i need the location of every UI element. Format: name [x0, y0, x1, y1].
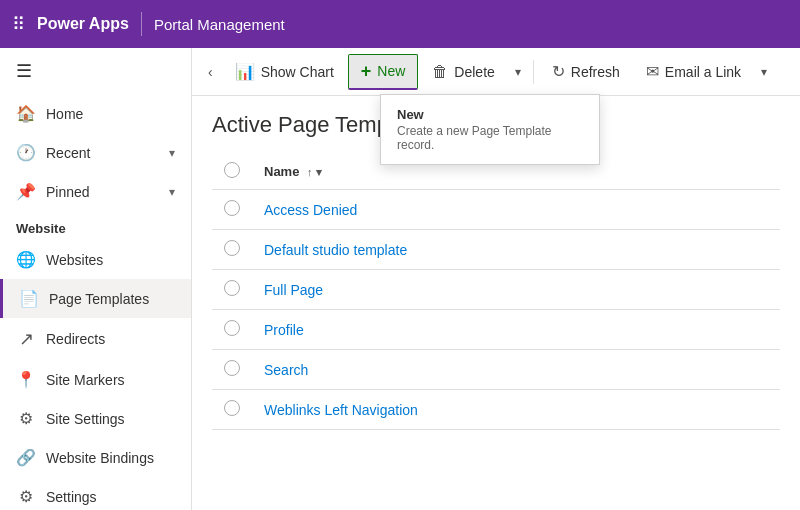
table-row: Weblinks Left Navigation — [212, 390, 780, 430]
sidebar-label-page-templates: Page Templates — [49, 291, 149, 307]
sidebar-label-home: Home — [46, 106, 83, 122]
row-checkbox[interactable] — [224, 200, 240, 216]
row-checkbox[interactable] — [224, 360, 240, 376]
gear-icon: ⚙ — [16, 487, 36, 506]
new-dropdown-item[interactable]: New Create a new Page Template record. — [381, 99, 599, 160]
sidebar-item-settings[interactable]: ⚙ Settings — [0, 477, 191, 510]
chevron-down-icon: ▾ — [169, 146, 175, 160]
row-name-link[interactable]: Weblinks Left Navigation — [264, 402, 418, 418]
refresh-label: Refresh — [571, 64, 620, 80]
row-checkbox[interactable] — [224, 400, 240, 416]
table-body: Access Denied Default studio template Fu… — [212, 190, 780, 430]
row-select-cell — [212, 270, 252, 310]
sort-filter-icon[interactable]: ▾ — [316, 166, 322, 178]
chevron-down-icon: ▾ — [169, 185, 175, 199]
redirect-icon: ↗ — [16, 328, 36, 350]
home-icon: 🏠 — [16, 104, 36, 123]
row-name-link[interactable]: Access Denied — [264, 202, 357, 218]
row-name-cell: Profile — [252, 310, 780, 350]
plus-icon: + — [361, 61, 372, 82]
back-button[interactable]: ‹ — [200, 58, 221, 86]
table-row: Default studio template — [212, 230, 780, 270]
dropdown-title: New — [397, 107, 583, 122]
refresh-button[interactable]: ↻ Refresh — [540, 54, 632, 90]
row-name-cell: Search — [252, 350, 780, 390]
sidebar-label-site-markers: Site Markers — [46, 372, 125, 388]
more-button[interactable]: ▾ — [755, 54, 773, 90]
row-name-cell: Default studio template — [252, 230, 780, 270]
new-label: New — [377, 63, 405, 79]
topbar-divider — [141, 12, 142, 36]
sidebar-label-settings: Settings — [46, 489, 97, 505]
row-name-link[interactable]: Default studio template — [264, 242, 407, 258]
sidebar-item-site-settings[interactable]: ⚙ Site Settings — [0, 399, 191, 438]
sidebar-item-redirects[interactable]: ↗ Redirects — [0, 318, 191, 360]
row-name-link[interactable]: Search — [264, 362, 308, 378]
sidebar: ☰ 🏠 Home 🕐 Recent ▾ 📌 Pinned ▾ Website 🌐… — [0, 48, 192, 510]
table-row: Full Page — [212, 270, 780, 310]
select-all-column — [212, 154, 252, 190]
sidebar-label-pinned: Pinned — [46, 184, 90, 200]
email-link-label: Email a Link — [665, 64, 741, 80]
sidebar-item-recent[interactable]: 🕐 Recent ▾ — [0, 133, 191, 172]
sidebar-item-website-bindings[interactable]: 🔗 Website Bindings — [0, 438, 191, 477]
globe-icon: 🌐 — [16, 250, 36, 269]
new-button[interactable]: + New — [348, 54, 419, 90]
topbar: ⠿ Power Apps Portal Management — [0, 0, 800, 48]
page-templates-table: Name ↑ ▾ Access Denied Default st — [212, 154, 780, 430]
binding-icon: 🔗 — [16, 448, 36, 467]
sidebar-item-home[interactable]: 🏠 Home — [0, 94, 191, 133]
row-name-link[interactable]: Full Page — [264, 282, 323, 298]
app-logo: Power Apps — [37, 15, 129, 33]
toolbar: ‹ 📊 Show Chart + New 🗑 Delete ▾ ↻ Refres… — [192, 48, 800, 96]
sidebar-label-website-bindings: Website Bindings — [46, 450, 154, 466]
row-select-cell — [212, 390, 252, 430]
sidebar-item-site-markers[interactable]: 📍 Site Markers — [0, 360, 191, 399]
row-name-cell: Access Denied — [252, 190, 780, 230]
table-row: Profile — [212, 310, 780, 350]
delete-button[interactable]: 🗑 Delete — [420, 54, 506, 90]
row-select-cell — [212, 310, 252, 350]
sidebar-item-websites[interactable]: 🌐 Websites — [0, 240, 191, 279]
row-select-cell — [212, 230, 252, 270]
layout: ☰ 🏠 Home 🕐 Recent ▾ 📌 Pinned ▾ Website 🌐… — [0, 48, 800, 510]
page-template-icon: 📄 — [19, 289, 39, 308]
row-name-cell: Weblinks Left Navigation — [252, 390, 780, 430]
table-row: Search — [212, 350, 780, 390]
delete-dropdown-button[interactable]: ▾ — [509, 54, 527, 90]
row-name-cell: Full Page — [252, 270, 780, 310]
sidebar-item-page-templates[interactable]: 📄 Page Templates — [0, 279, 191, 318]
row-checkbox[interactable] — [224, 280, 240, 296]
refresh-icon: ↻ — [552, 62, 565, 81]
chart-icon: 📊 — [235, 62, 255, 81]
sidebar-label-site-settings: Site Settings — [46, 411, 125, 427]
select-all-checkbox[interactable] — [224, 162, 240, 178]
waffle-icon[interactable]: ⠿ — [12, 13, 25, 35]
sidebar-label-recent: Recent — [46, 145, 90, 161]
settings-icon: ⚙ — [16, 409, 36, 428]
row-select-cell — [212, 350, 252, 390]
marker-icon: 📍 — [16, 370, 36, 389]
sidebar-item-pinned[interactable]: 📌 Pinned ▾ — [0, 172, 191, 211]
row-name-link[interactable]: Profile — [264, 322, 304, 338]
show-chart-button[interactable]: 📊 Show Chart — [223, 54, 346, 90]
show-chart-label: Show Chart — [261, 64, 334, 80]
email-link-button[interactable]: ✉ Email a Link — [634, 54, 753, 90]
delete-label: Delete — [454, 64, 494, 80]
row-checkbox[interactable] — [224, 320, 240, 336]
recent-icon: 🕐 — [16, 143, 36, 162]
toolbar-divider-1 — [533, 60, 534, 84]
sort-ascending-icon: ↑ — [307, 166, 313, 178]
table-row: Access Denied — [212, 190, 780, 230]
sidebar-label-redirects: Redirects — [46, 331, 105, 347]
delete-icon: 🗑 — [432, 63, 448, 81]
hamburger-button[interactable]: ☰ — [0, 48, 191, 94]
dropdown-description: Create a new Page Template record. — [397, 124, 583, 152]
main-panel: ‹ 📊 Show Chart + New 🗑 Delete ▾ ↻ Refres… — [192, 48, 800, 510]
portal-name: Portal Management — [154, 16, 285, 33]
row-checkbox[interactable] — [224, 240, 240, 256]
name-column-label: Name — [264, 164, 299, 179]
row-select-cell — [212, 190, 252, 230]
new-dropdown-popup: New Create a new Page Template record. — [380, 94, 600, 165]
pin-icon: 📌 — [16, 182, 36, 201]
